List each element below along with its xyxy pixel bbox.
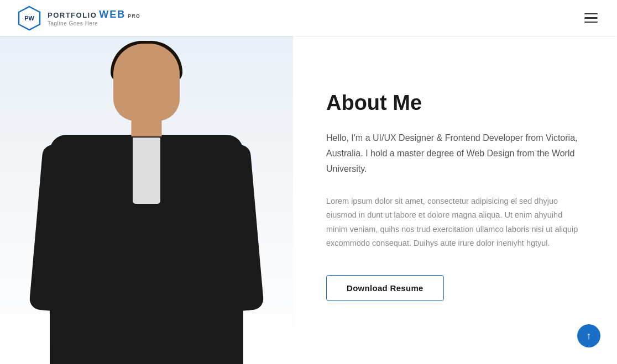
about-intro-text: Hello, I'm a UI/UX Designer & Frontend D… <box>326 130 584 177</box>
person-image-section <box>0 36 293 364</box>
person-shirt <box>133 138 160 204</box>
download-resume-button[interactable]: Download Resume <box>326 275 444 301</box>
logo-tagline: Tagline Goes Here <box>48 20 140 27</box>
about-lorem-text: Lorem ipsum dolor sit amet, consectetur … <box>326 194 584 251</box>
logo-area: PW PORTFOLIO WEB PRO Tagline Goes Here <box>17 6 140 31</box>
logo-pro: PRO <box>128 14 140 19</box>
logo-text: PORTFOLIO WEB PRO Tagline Goes Here <box>48 9 140 27</box>
person-head <box>113 44 180 121</box>
logo-web: WEB <box>99 9 126 20</box>
logo-portfolio: PORTFOLIO <box>48 12 97 19</box>
about-section: About Me Hello, I'm a UI/UX Designer & F… <box>293 36 617 364</box>
svg-text:PW: PW <box>24 15 34 22</box>
scroll-top-icon: ↑ <box>587 330 592 342</box>
logo-icon: PW <box>17 6 42 31</box>
navbar: PW PORTFOLIO WEB PRO Tagline Goes Here <box>0 0 617 36</box>
about-title: About Me <box>326 91 584 115</box>
hamburger-line-1 <box>584 13 598 15</box>
scroll-to-top-button[interactable]: ↑ <box>577 324 600 347</box>
hamburger-line-2 <box>584 17 598 19</box>
main-content: About Me Hello, I'm a UI/UX Designer & F… <box>0 36 617 364</box>
hamburger-menu[interactable] <box>582 10 600 26</box>
person-figure <box>25 44 268 364</box>
hamburger-line-3 <box>584 22 598 23</box>
